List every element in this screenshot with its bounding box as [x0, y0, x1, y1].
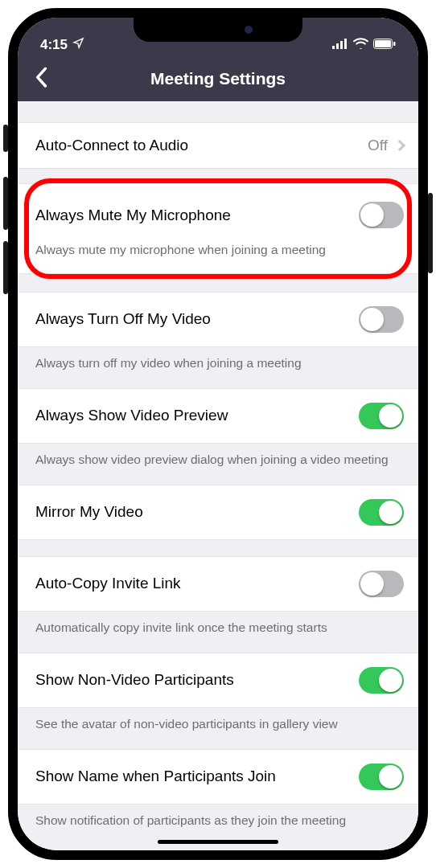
toggle-auto-copy-link[interactable] — [359, 571, 404, 597]
screen: 4:15 Meeting Setti — [18, 18, 418, 850]
svg-rect-3 — [344, 39, 347, 49]
row-description: Show notification of participants as the… — [18, 805, 418, 829]
row-title: Auto-Copy Invite Link — [35, 575, 181, 592]
svg-rect-6 — [393, 42, 396, 46]
status-time: 4:15 — [40, 37, 68, 53]
location-icon — [72, 37, 84, 53]
chevron-left-icon — [34, 67, 48, 88]
toggle-mirror-video[interactable] — [359, 499, 404, 526]
row-mirror-video[interactable]: Mirror My Video — [18, 485, 418, 540]
svg-rect-5 — [375, 40, 391, 47]
row-description: Always show video preview dialog when jo… — [18, 444, 418, 469]
toggle-always-mute-mic[interactable] — [359, 202, 404, 228]
notch — [134, 18, 302, 42]
battery-icon — [373, 37, 396, 53]
phone-frame: 4:15 Meeting Setti — [8, 8, 428, 860]
row-description: Automatically copy invite link once the … — [18, 612, 418, 637]
row-auto-connect-audio[interactable]: Auto-Connect to Audio Off — [18, 122, 418, 169]
row-title: Show Non-Video Participants — [35, 671, 234, 689]
row-always-turn-off-video[interactable]: Always Turn Off My Video — [18, 292, 418, 347]
content[interactable]: Auto-Connect to Audio Off Always Mute My… — [18, 101, 418, 850]
row-value: Off — [368, 137, 388, 154]
chevron-right-icon — [394, 140, 405, 151]
back-button[interactable] — [29, 65, 53, 89]
row-title: Always Turn Off My Video — [35, 310, 211, 328]
toggle-always-show-preview[interactable] — [359, 403, 404, 429]
row-title: Always Mute My Microphone — [35, 207, 231, 224]
row-title: Always Show Video Preview — [35, 407, 228, 424]
toggle-show-nonvideo[interactable] — [359, 667, 404, 694]
row-always-mute-mic[interactable]: Always Mute My Microphone — [18, 183, 418, 242]
phone-power-button — [428, 193, 433, 273]
row-description: Always turn off my video when joining a … — [18, 347, 418, 372]
toggle-show-name-join[interactable] — [359, 764, 404, 790]
row-title: Auto-Connect to Audio — [35, 137, 188, 154]
row-title: Mirror My Video — [35, 503, 143, 521]
front-camera-icon — [245, 26, 253, 34]
toggle-always-turn-off-video[interactable] — [359, 306, 404, 333]
cellular-icon — [332, 37, 348, 53]
row-title: Show Name when Participants Join — [35, 768, 276, 785]
row-show-nonvideo[interactable]: Show Non-Video Participants — [18, 653, 418, 708]
page-title: Meeting Settings — [150, 69, 286, 88]
row-description: Always mute my microphone when joining a… — [18, 242, 418, 274]
row-description: See the avatar of non-video participants… — [18, 708, 418, 733]
home-indicator[interactable] — [158, 840, 278, 844]
svg-rect-2 — [340, 41, 343, 49]
wifi-icon — [353, 37, 368, 53]
row-show-name-join[interactable]: Show Name when Participants Join — [18, 749, 418, 805]
svg-rect-1 — [336, 43, 339, 49]
row-auto-copy-link[interactable]: Auto-Copy Invite Link — [18, 556, 418, 612]
row-always-show-preview[interactable]: Always Show Video Preview — [18, 388, 418, 444]
svg-rect-0 — [332, 46, 335, 49]
highlighted-setting: Always Mute My Microphone Always mute my… — [18, 183, 418, 274]
nav-header: Meeting Settings — [18, 56, 418, 101]
